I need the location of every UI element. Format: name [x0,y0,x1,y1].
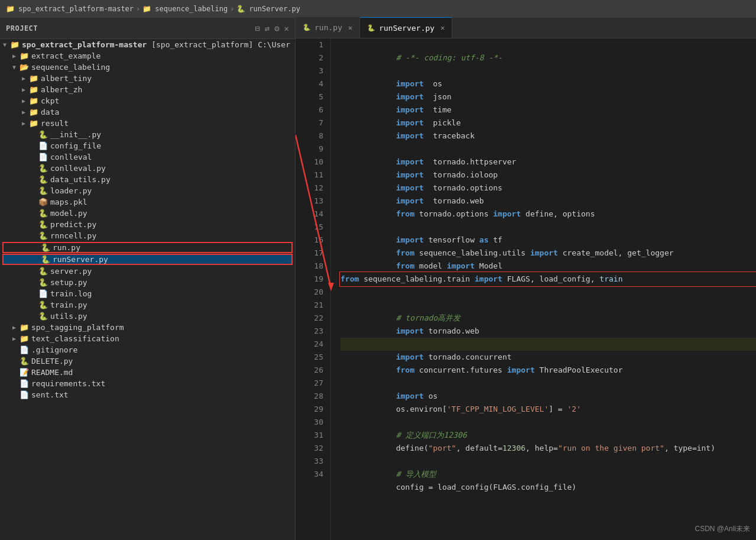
arrow-albert-tiny: ▶ [19,75,28,82]
sidebar-item-train-log[interactable]: 📄 train.log [0,288,295,299]
code-line-17: from model import Model [340,247,756,260]
main-layout: Project ⊟ ⇄ ⚙ ✕ ▼ 📁 spo_extract_platform… [0,18,756,540]
code-editor[interactable]: 1 2 3 4 5 6 7 8 9 10 11 12 13 14 15 16 1 [296,38,756,540]
code-line-33: # 导入模型 [340,455,756,468]
sidebar-item-sequence-labeling[interactable]: ▼ 📂 sequence_labeling [0,62,295,73]
sidebar-item-conlleval[interactable]: 📄 conlleval [0,151,295,163]
ln-22: 22 [307,312,323,325]
label-train-py: train.py [50,300,87,309]
code-line-6: import pickle [340,104,756,117]
sidebar-item-albert-tiny[interactable]: ▶ 📁 albert_tiny [0,73,295,84]
folder-icon-sequence: 📂 [19,63,30,72]
icon-delete-py: 🐍 [19,357,30,366]
icon-rnncell-py: 🐍 [38,231,48,240]
breadcrumb-root: spo_extract_platform-master [18,5,134,13]
label-spo-tagging: spo_tagging_platform [31,323,124,332]
sidebar-content[interactable]: ▼ 📁 spo_extract_platform-master [spo_ext… [0,39,295,540]
icon-init-py: 🐍 [38,130,48,139]
sidebar-item-conlleval-py[interactable]: 🐍 conlleval.py [0,163,295,174]
label-requirements: requirements.txt [31,379,105,388]
tab-runserver-py-icon: 🐍 [367,24,375,32]
label-predict-py: predict.py [50,220,96,229]
sidebar-header-icons: ⊟ ⇄ ⚙ ✕ [255,24,289,33]
collapse-all-icon[interactable]: ⊟ [255,24,259,33]
tab-run-py-close[interactable]: ✕ [348,24,352,32]
icon-model-py: 🐍 [38,209,48,218]
sidebar-item-init-py[interactable]: 🐍 __init__.py [0,129,295,140]
icon-setup-py: 🐍 [38,278,48,287]
sidebar-item-spo-tagging[interactable]: ▶ 📁 spo_tagging_platform [0,322,295,333]
sidebar-item-train-py[interactable]: 🐍 train.py [0,299,295,311]
icon-predict-py: 🐍 [38,220,48,229]
sidebar-item-setup-py[interactable]: 🐍 setup.py [0,277,295,288]
sidebar-item-rnncell-py[interactable]: 🐍 rnncell.py [0,230,295,241]
sidebar-item-albert-zh[interactable]: ▶ 📁 albert_zh [0,84,295,95]
sidebar-item-data[interactable]: ▶ 📁 data [0,106,295,118]
sidebar-item-gitignore[interactable]: 📄 .gitignore [0,344,295,355]
ln-7: 7 [307,117,323,130]
settings-icon[interactable]: ⚙ [274,24,279,33]
sidebar-item-server-py[interactable]: 🐍 server.py [0,266,295,277]
icon-server-py: 🐍 [38,267,48,276]
code-line-28: os.environ['TF_CPP_MIN_LOG_LEVEL'] = '2' [340,390,756,403]
icon-maps-pkl: 📦 [38,198,48,206]
sidebar-item-config-file[interactable]: 📄 config_file [0,140,295,151]
icon-loader-py: 🐍 [38,186,48,195]
sidebar-item-result[interactable]: ▶ 📁 result [0,118,295,129]
sidebar-header: Project ⊟ ⇄ ⚙ ✕ [0,18,295,39]
code-line-29 [340,403,756,416]
folder-icon-result: 📁 [28,119,39,128]
root-label: spo_extract_platform-master [spo_extract… [22,40,290,49]
sidebar-item-ckpt[interactable]: ▶ 📁 ckpt [0,95,295,106]
sidebar-item-predict-py[interactable]: 🐍 predict.py [0,219,295,230]
breadcrumb: 📁 spo_extract_platform-master › 📁 sequen… [6,5,300,13]
sidebar-item-utils-py[interactable]: 🐍 utils.py [0,311,295,322]
code-line-31: define("port", default=12306, help="run … [340,429,756,442]
code-line-14 [340,208,756,221]
label-albert-tiny: albert_tiny [41,74,92,83]
tab-runserver-py-close[interactable]: ✕ [440,24,444,32]
sidebar-item-text-classification[interactable]: ▶ 📁 text_classification [0,333,295,344]
breadcrumb-folder: sequence_labeling [155,5,228,13]
label-ckpt: ckpt [41,96,59,105]
editor-wrapper: 1 2 3 4 5 6 7 8 9 10 11 12 13 14 15 16 1 [296,38,756,540]
code-line-7: import traceback [340,117,756,130]
tab-runserver-py[interactable]: 🐍 runServer.py ✕ [360,17,452,38]
sidebar-item-model-py[interactable]: 🐍 model.py [0,208,295,219]
ln-13: 13 [307,195,323,208]
tab-run-py[interactable]: 🐍 run.py ✕ [296,17,360,38]
ln-4: 4 [307,77,323,90]
label-rnncell-py: rnncell.py [50,231,96,240]
ln-1: 1 [307,38,323,51]
sidebar-item-data-utils-py[interactable]: 🐍 data_utils.py [0,174,295,185]
close-sidebar-icon[interactable]: ✕ [284,24,289,33]
sync-icon[interactable]: ⇄ [265,24,270,33]
sidebar-item-sent-txt[interactable]: 📄 sent.txt [0,389,295,400]
folder-icon-ckpt: 📁 [28,96,39,105]
label-maps-pkl: maps.pkl [50,198,87,206]
ln-20: 20 [307,286,323,299]
tab-bar: 🐍 run.py ✕ 🐍 runServer.py ✕ [296,18,756,38]
icon-conlleval: 📄 [38,153,48,161]
sidebar-item-runserver-py[interactable]: 🐍 runServer.py [2,254,293,265]
sidebar-item-delete-py[interactable]: 🐍 DELETE.py [0,355,295,367]
folder-icon-extract: 📁 [19,51,30,60]
sidebar-item-maps-pkl[interactable]: 📦 maps.pkl [0,196,295,208]
label-init-py: __init__.py [50,130,101,139]
tree-root[interactable]: ▼ 📁 spo_extract_platform-master [spo_ext… [0,39,295,50]
arrow-sequence-labeling: ▼ [9,64,19,70]
folder-icon-albert-zh: 📁 [28,85,39,94]
ln-18: 18 [307,260,323,273]
sidebar-item-readme[interactable]: 📝 README.md [0,367,295,378]
arrow-result: ▶ [19,120,28,127]
sidebar-item-requirements[interactable]: 📄 requirements.txt [0,378,295,389]
code-line-10: import tornado.ioloop [340,156,756,169]
icon-config-file: 📄 [38,141,48,150]
sidebar-item-extract-example[interactable]: ▶ 📁 extract_example [0,50,295,62]
sidebar-item-run-py[interactable]: 🐍 run.py [2,242,293,253]
icon-gitignore: 📄 [19,345,30,354]
sidebar-item-loader-py[interactable]: 🐍 loader.py [0,185,295,196]
ln-25: 25 [307,351,323,364]
ln-12: 12 [307,182,323,195]
label-config-file: config_file [50,141,101,150]
